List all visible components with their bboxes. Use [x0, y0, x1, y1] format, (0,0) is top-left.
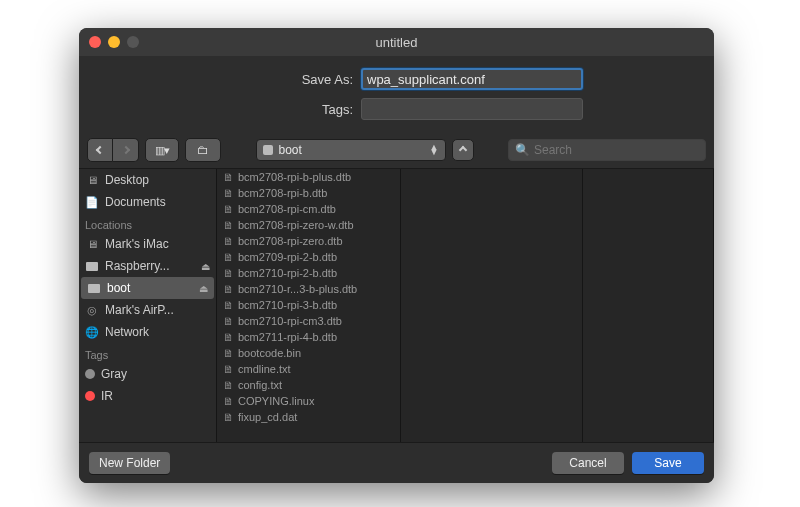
file-item[interactable]: 🗎bcm2708-rpi-b.dtb	[217, 185, 400, 201]
sidebar-tag-item[interactable]: Gray	[79, 363, 216, 385]
chevron-left-icon	[96, 146, 104, 154]
sidebar-item[interactable]: Raspberry...⏏	[79, 255, 216, 277]
file-item[interactable]: 🗎fixup_cd.dat	[217, 409, 400, 425]
file-item[interactable]: 🗎bcm2711-rpi-4-b.dtb	[217, 329, 400, 345]
file-icon: 🗎	[223, 219, 233, 231]
file-item[interactable]: 🗎bcm2710-rpi-2-b.dtb	[217, 265, 400, 281]
window-title: untitled	[376, 35, 418, 50]
file-column-1[interactable]: 🗎bcm2708-rpi-b-plus.dtb🗎bcm2708-rpi-b.dt…	[217, 169, 401, 442]
file-item[interactable]: 🗎config.txt	[217, 377, 400, 393]
titlebar[interactable]: untitled	[79, 28, 714, 56]
file-name: bootcode.bin	[238, 347, 301, 359]
save-fields: Save As: Tags:	[79, 56, 714, 138]
file-icon: 🗎	[223, 187, 233, 199]
sidebar-icon: 🖥	[85, 238, 99, 250]
location-select[interactable]: boot ▲▼	[256, 139, 446, 161]
file-name: bcm2708-rpi-zero-w.dtb	[238, 219, 354, 231]
file-name: cmdline.txt	[238, 363, 291, 375]
file-item[interactable]: 🗎bcm2708-rpi-zero-w.dtb	[217, 217, 400, 233]
sidebar-item-label: Mark's iMac	[105, 237, 169, 251]
file-icon: 🗎	[223, 203, 233, 215]
close-window-icon[interactable]	[89, 36, 101, 48]
file-name: bcm2709-rpi-2-b.dtb	[238, 251, 337, 263]
disk-icon	[85, 260, 99, 272]
updown-icon: ▲▼	[430, 145, 439, 155]
sidebar-header-tags: Tags	[79, 343, 216, 363]
file-column-2[interactable]	[401, 169, 583, 442]
save-dialog-window: untitled Save As: Tags: ▥▾ 🗀 boot ▲▼	[79, 28, 714, 483]
file-item[interactable]: 🗎bcm2710-r...3-b-plus.dtb	[217, 281, 400, 297]
eject-icon[interactable]: ⏏	[199, 283, 208, 294]
file-name: bcm2708-rpi-b-plus.dtb	[238, 171, 351, 183]
sidebar-icon: 🌐	[85, 326, 99, 338]
sidebar[interactable]: 🖥Desktop📄DocumentsLocations🖥Mark's iMacR…	[79, 169, 217, 442]
file-item[interactable]: 🗎bcm2710-rpi-cm3.dtb	[217, 313, 400, 329]
file-item[interactable]: 🗎bcm2708-rpi-cm.dtb	[217, 201, 400, 217]
file-name: fixup_cd.dat	[238, 411, 297, 423]
sidebar-tag-item[interactable]: IR	[79, 385, 216, 407]
collapse-button[interactable]	[452, 139, 474, 161]
sidebar-icon: ◎	[85, 304, 99, 316]
zoom-window-icon	[127, 36, 139, 48]
sidebar-item[interactable]: 📄Documents	[79, 191, 216, 213]
view-mode-button[interactable]: ▥▾	[145, 138, 179, 162]
save-button[interactable]: Save	[632, 452, 704, 474]
sidebar-item-label: Network	[105, 325, 149, 339]
nav-forward-button[interactable]	[113, 138, 139, 162]
file-name: bcm2710-r...3-b-plus.dtb	[238, 283, 357, 295]
folder-icon: 🗀	[197, 143, 209, 157]
file-item[interactable]: 🗎bootcode.bin	[217, 345, 400, 361]
disk-icon	[263, 145, 273, 155]
sidebar-item[interactable]: boot⏏	[81, 277, 214, 299]
file-browser: 🖥Desktop📄DocumentsLocations🖥Mark's iMacR…	[79, 168, 714, 443]
nav-back-button[interactable]	[87, 138, 113, 162]
file-item[interactable]: 🗎cmdline.txt	[217, 361, 400, 377]
search-input[interactable]	[534, 143, 699, 157]
file-item[interactable]: 🗎bcm2709-rpi-2-b.dtb	[217, 249, 400, 265]
sidebar-item-label: boot	[107, 281, 130, 295]
file-icon: 🗎	[223, 315, 233, 327]
file-icon: 🗎	[223, 363, 233, 375]
file-column-3[interactable]	[583, 169, 714, 442]
save-as-input[interactable]	[361, 68, 583, 90]
sidebar-header-locations: Locations	[79, 213, 216, 233]
sidebar-item-label: Raspberry...	[105, 259, 169, 273]
sidebar-item[interactable]: 🖥Mark's iMac	[79, 233, 216, 255]
save-as-label: Save As:	[79, 72, 361, 87]
tags-label: Tags:	[79, 102, 361, 117]
file-item[interactable]: 🗎bcm2708-rpi-zero.dtb	[217, 233, 400, 249]
tag-color-icon	[85, 391, 95, 401]
tags-input[interactable]	[361, 98, 583, 120]
file-name: COPYING.linux	[238, 395, 314, 407]
file-item[interactable]: 🗎bcm2708-rpi-b-plus.dtb	[217, 169, 400, 185]
new-folder-button[interactable]: New Folder	[89, 452, 170, 474]
chevron-up-icon	[458, 146, 466, 154]
dialog-footer: New Folder Cancel Save	[79, 443, 714, 483]
location-select-label: boot	[279, 143, 302, 157]
sidebar-item[interactable]: ◎Mark's AirP...	[79, 299, 216, 321]
file-item[interactable]: 🗎COPYING.linux	[217, 393, 400, 409]
sidebar-icon: 🖥	[85, 174, 99, 186]
file-name: bcm2710-rpi-3-b.dtb	[238, 299, 337, 311]
file-name: bcm2710-rpi-cm3.dtb	[238, 315, 342, 327]
sidebar-item[interactable]: 🌐Network	[79, 321, 216, 343]
minimize-window-icon[interactable]	[108, 36, 120, 48]
file-name: bcm2708-rpi-b.dtb	[238, 187, 327, 199]
file-icon: 🗎	[223, 347, 233, 359]
sidebar-item-label: IR	[101, 389, 113, 403]
search-field[interactable]: 🔍	[508, 139, 706, 161]
eject-icon[interactable]: ⏏	[201, 261, 210, 272]
sidebar-icon: 📄	[85, 196, 99, 208]
group-by-button[interactable]: 🗀	[185, 138, 221, 162]
file-name: bcm2708-rpi-cm.dtb	[238, 203, 336, 215]
file-icon: 🗎	[223, 283, 233, 295]
sidebar-item[interactable]: 🖥Desktop	[79, 169, 216, 191]
chevron-right-icon	[121, 146, 129, 154]
file-name: bcm2708-rpi-zero.dtb	[238, 235, 343, 247]
file-name: config.txt	[238, 379, 282, 391]
file-icon: 🗎	[223, 171, 233, 183]
cancel-button[interactable]: Cancel	[552, 452, 624, 474]
sidebar-item-label: Gray	[101, 367, 127, 381]
file-item[interactable]: 🗎bcm2710-rpi-3-b.dtb	[217, 297, 400, 313]
file-icon: 🗎	[223, 379, 233, 391]
